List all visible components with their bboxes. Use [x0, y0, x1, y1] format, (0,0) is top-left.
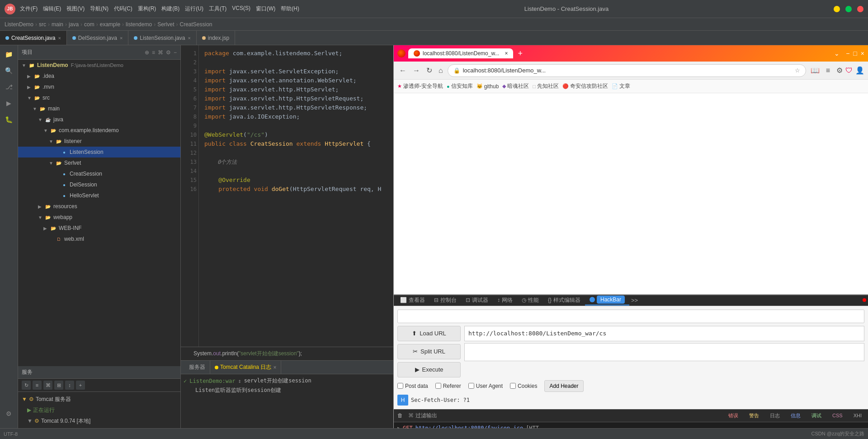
referer-checkbox[interactable]: Referer [435, 383, 461, 389]
tab-creatsession[interactable]: CreatSession.java × [0, 31, 67, 45]
browser-tab-close[interactable]: × [505, 50, 508, 57]
bookmark-github[interactable]: 🐱 github [476, 83, 499, 90]
tab-tomcat-log[interactable]: Tomcat Catalina 日志 × [210, 361, 281, 374]
service-sort-btn[interactable]: ↕ [65, 381, 74, 390]
breadcrumb-main[interactable]: main [52, 21, 63, 28]
maximize-button[interactable] [845, 6, 852, 12]
new-tab-button[interactable]: + [518, 49, 523, 58]
hackbar-search-input[interactable] [397, 310, 864, 323]
run-icon[interactable]: ▶ [2, 96, 16, 110]
level-css[interactable]: CSS [830, 412, 845, 419]
service-running[interactable]: ▶ 正在运行 [20, 405, 179, 415]
tree-mvn[interactable]: ▶ 📂 .mvn [18, 81, 180, 92]
trash-icon[interactable]: 🗑 [397, 412, 403, 419]
bookmark-xinanciku[interactable]: ● 信安知库 [447, 82, 473, 90]
browser-tab-active[interactable]: localhost:8080/ListenDemo_w... × [408, 48, 513, 58]
extension-icon-2[interactable]: 🛡 [845, 67, 853, 75]
hackbar-url-input[interactable] [464, 326, 864, 341]
cookies-check[interactable] [510, 383, 516, 389]
hackbar-post-box[interactable] [464, 343, 864, 361]
breadcrumb-serlvet[interactable]: Serlvet [157, 21, 174, 28]
browser-close-icon[interactable]: × [861, 50, 864, 57]
referer-check[interactable] [435, 383, 441, 389]
breadcrumb-com[interactable]: com [84, 21, 94, 28]
menu-edit[interactable]: 编辑(E) [43, 5, 61, 13]
minimize-button[interactable] [834, 6, 840, 12]
reader-mode-button[interactable]: 📖 [809, 64, 821, 76]
devtools-close-dot[interactable] [863, 298, 866, 302]
service-group-btn[interactable]: ⊞ [54, 381, 63, 390]
browser-minimize-icon[interactable]: − [846, 50, 849, 57]
bookmark-qianxin[interactable]: 🔴 奇安信攻防社区 [562, 82, 608, 90]
debug-icon[interactable]: 🐛 [2, 112, 16, 127]
breadcrumb-creatsession[interactable]: CreatSession [179, 21, 212, 28]
add-header-button[interactable]: Add Header [544, 380, 583, 392]
profile-icon[interactable]: 👤 [855, 66, 864, 75]
bookmark-article[interactable]: 📄 文章 [612, 82, 630, 90]
forward-button[interactable]: → [411, 65, 422, 76]
tree-idea[interactable]: ▶ 📂 .idea [18, 71, 180, 81]
menu-window[interactable]: 窗口(W) [256, 5, 275, 13]
vcs-icon[interactable]: ⎇ [2, 80, 16, 94]
user-agent-check[interactable] [468, 383, 474, 389]
service-add-btn[interactable]: + [76, 381, 85, 390]
service-tomcat-version[interactable]: ▼ ⚙ Tomcat 9.0.74 [本地] [20, 415, 179, 426]
tab-index-jsp[interactable]: index.jsp [197, 31, 235, 45]
execute-button[interactable]: ▶ Execute [397, 362, 461, 377]
tree-root[interactable]: ▼ 📁 ListenDemo F:\java-test\ListenDemo [18, 60, 180, 71]
tree-webapp[interactable]: ▼ 📂 webapp [18, 212, 180, 223]
hide-icon[interactable]: − [174, 49, 177, 56]
tree-main[interactable]: ▼ 📂 main [18, 103, 180, 114]
level-warn[interactable]: 警告 [746, 411, 762, 420]
tab-delsession[interactable]: DelSession.java × [67, 31, 128, 45]
level-xhi[interactable]: XHI [851, 412, 864, 419]
cookies-checkbox[interactable]: Cookies [510, 383, 537, 389]
breadcrumb-listendemo2[interactable]: listendemo [126, 21, 152, 28]
bookmark-render[interactable]: ★ 渗透师-安全导航 [397, 82, 443, 90]
window-controls[interactable] [834, 6, 863, 12]
menu-code[interactable]: 代码(C) [114, 5, 132, 13]
level-info[interactable]: 信息 [788, 411, 803, 420]
tree-resources[interactable]: ▶ 📂 resources [18, 201, 180, 212]
tree-webinf[interactable]: ▶ 📂 WEB-INF [18, 223, 180, 234]
dt-tab-network[interactable]: ↕ 网络 [493, 295, 517, 305]
dt-tab-debugger[interactable]: ⊡ 调试器 [461, 295, 493, 305]
menu-help[interactable]: 帮助(H) [281, 5, 299, 13]
tree-listener[interactable]: ▼ 📂 listener [18, 136, 180, 147]
menu-tools[interactable]: 工具(T) [209, 5, 226, 13]
tree-src[interactable]: ▼ 📂 src [18, 92, 180, 103]
tree-delsession[interactable]: ▶ ● DelSession [18, 179, 180, 190]
tree-serlvet[interactable]: ▼ 📂 Serlvet [18, 157, 180, 168]
browser-maximize-icon[interactable]: □ [853, 50, 857, 57]
breadcrumb-java[interactable]: java [69, 21, 79, 28]
tree-creatsession[interactable]: ▶ ● CreatSession [18, 168, 180, 179]
tree-java[interactable]: ▼ ☕ java [18, 114, 180, 125]
bookmark-xianzhi[interactable]: □ 先知社区 [533, 82, 559, 90]
menu-bar[interactable]: 文件(F) 编辑(E) 视图(V) 导航(N) 代码(C) 重构(R) 构建(B… [20, 5, 299, 13]
gear-icon[interactable]: ⚙ [166, 49, 171, 56]
post-data-checkbox[interactable]: Post data [397, 383, 428, 389]
service-refresh-btn[interactable]: ↻ [22, 381, 31, 390]
dt-tab-style-editor[interactable]: {} 样式编辑器 [543, 295, 585, 305]
service-collapse-btn[interactable]: ≡ [33, 381, 42, 390]
tab-server[interactable]: 服务器 [184, 361, 210, 374]
post-data-check[interactable] [397, 383, 403, 389]
console-filter[interactable]: ⌘ 过滤输出 [408, 412, 437, 420]
menu-run[interactable]: 运行(U) [185, 5, 203, 13]
collapse-icon[interactable]: ≡ [152, 49, 155, 56]
dt-tab-console[interactable]: ⊟ 控制台 [429, 295, 461, 305]
split-url-button[interactable]: ✂ Split URL [397, 344, 461, 359]
menu-nav[interactable]: 导航(N) [90, 5, 108, 13]
extension-icon-1[interactable]: ⚙ [836, 66, 843, 75]
tree-helloservlet[interactable]: ▶ ● HelloServlet [18, 190, 180, 201]
dt-tab-hackbar[interactable]: HackBar [585, 295, 629, 305]
close-button[interactable] [857, 6, 863, 12]
menu-refactor[interactable]: 重构(R) [138, 5, 156, 13]
home-button[interactable]: ⌂ [437, 65, 445, 76]
tab-listensession[interactable]: ListenSession.java × [128, 31, 197, 45]
tree-com-example[interactable]: ▼ 📂 com.example.listendemo [18, 125, 180, 136]
service-filter-btn[interactable]: ⌘ [43, 381, 52, 390]
menu-file[interactable]: 文件(F) [20, 5, 38, 13]
star-icon[interactable]: ☆ [795, 67, 800, 74]
user-agent-checkbox[interactable]: User Agent [468, 383, 503, 389]
